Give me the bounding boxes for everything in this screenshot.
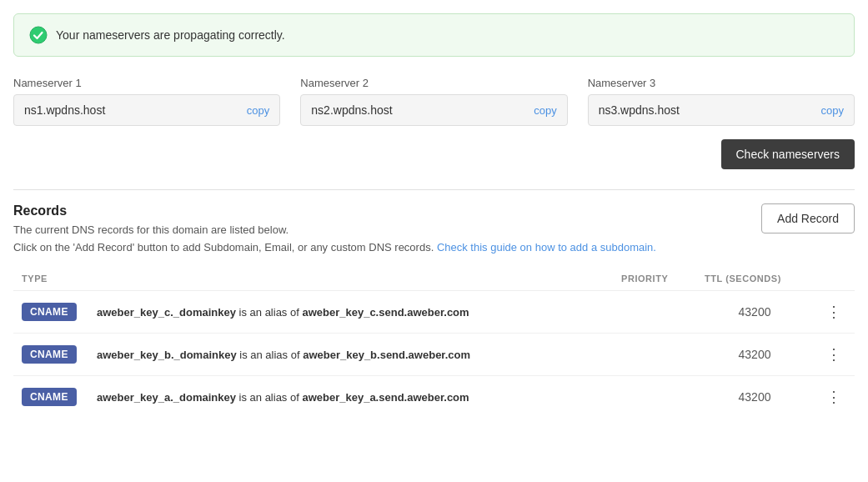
record-key: aweber_key_b._domainkey bbox=[97, 349, 237, 361]
col-ttl: TTL (SECONDS) bbox=[696, 267, 813, 291]
cname-badge: CNAME bbox=[22, 388, 77, 406]
col-name bbox=[88, 267, 613, 291]
table-body: CNAME aweber_key_c._domainkey is an alia… bbox=[13, 290, 855, 418]
record-actions-cell: ⋮ bbox=[813, 375, 855, 418]
check-circle-icon bbox=[29, 26, 48, 44]
nameserver-1-copy[interactable]: copy bbox=[247, 104, 269, 117]
records-table: TYPE PRIORITY TTL (SECONDS) CNAME aweber… bbox=[13, 267, 855, 418]
record-priority-cell bbox=[613, 375, 696, 418]
record-name-cell: aweber_key_a._domainkey is an alias of a… bbox=[88, 375, 613, 418]
record-name-text: aweber_key_a._domainkey is an alias of a… bbox=[97, 391, 469, 404]
nameserver-2: Nameserver 2 ns2.wpdns.host copy bbox=[300, 77, 567, 126]
svg-point-0 bbox=[30, 27, 47, 43]
page-wrapper: Your nameservers are propagating correct… bbox=[0, 0, 868, 482]
nameserver-2-box: ns2.wpdns.host copy bbox=[300, 94, 567, 126]
record-value: aweber_key_a.send.aweber.com bbox=[302, 391, 469, 404]
nameserver-3-label: Nameserver 3 bbox=[588, 77, 855, 89]
records-desc-line1: The current DNS records for this domain … bbox=[13, 223, 288, 236]
nameserver-1-label: Nameserver 1 bbox=[13, 77, 280, 89]
record-value: aweber_key_b.send.aweber.com bbox=[303, 349, 470, 361]
table-row: CNAME aweber_key_a._domainkey is an alia… bbox=[13, 375, 855, 418]
nameserver-2-copy[interactable]: copy bbox=[534, 104, 556, 117]
record-actions-cell: ⋮ bbox=[813, 333, 855, 375]
nameserver-1-box: ns1.wpdns.host copy bbox=[13, 94, 280, 126]
record-ttl-cell: 43200 bbox=[696, 333, 813, 375]
record-ttl-cell: 43200 bbox=[696, 290, 813, 333]
record-priority-cell bbox=[613, 290, 696, 333]
record-type-cell: CNAME bbox=[13, 375, 88, 418]
add-record-button[interactable]: Add Record bbox=[761, 203, 855, 233]
nameservers-grid: Nameserver 1 ns1.wpdns.host copy Nameser… bbox=[13, 77, 855, 126]
record-ttl-cell: 43200 bbox=[696, 375, 813, 418]
check-nameservers-row: Check nameservers bbox=[13, 139, 855, 169]
add-subdomain-guide-link[interactable]: Check this guide on how to add a subdoma… bbox=[437, 241, 656, 254]
records-title: Records bbox=[13, 203, 656, 218]
record-name-cell: aweber_key_b._domainkey is an alias of a… bbox=[88, 333, 613, 375]
records-header: Records The current DNS records for this… bbox=[13, 203, 855, 257]
records-info: Records The current DNS records for this… bbox=[13, 203, 656, 257]
nameserver-3-value: ns3.wpdns.host bbox=[599, 103, 680, 117]
table-row: CNAME aweber_key_c._domainkey is an alia… bbox=[13, 290, 855, 333]
record-priority-cell bbox=[613, 333, 696, 375]
cname-badge: CNAME bbox=[22, 303, 77, 321]
nameserver-3-box: ns3.wpdns.host copy bbox=[588, 94, 855, 126]
record-name-cell: aweber_key_c._domainkey is an alias of a… bbox=[88, 290, 613, 333]
col-type: TYPE bbox=[13, 267, 88, 291]
table-header: TYPE PRIORITY TTL (SECONDS) bbox=[13, 267, 855, 291]
nameserver-2-label: Nameserver 2 bbox=[300, 77, 567, 89]
nameserver-1: Nameserver 1 ns1.wpdns.host copy bbox=[13, 77, 280, 126]
record-key: aweber_key_a._domainkey bbox=[97, 391, 236, 404]
record-menu-button[interactable]: ⋮ bbox=[821, 388, 846, 406]
section-divider bbox=[13, 189, 855, 190]
record-name-text: aweber_key_c._domainkey is an alias of a… bbox=[97, 306, 469, 319]
check-nameservers-button[interactable]: Check nameservers bbox=[721, 139, 855, 169]
nameserver-3-copy[interactable]: copy bbox=[821, 104, 844, 117]
banner-text: Your nameservers are propagating correct… bbox=[56, 28, 285, 42]
record-key: aweber_key_c._domainkey bbox=[97, 306, 236, 319]
record-relation: is an alias of bbox=[239, 391, 303, 404]
records-desc-line2-before: Click on the 'Add Record' button to add … bbox=[13, 241, 434, 254]
record-relation: is an alias of bbox=[239, 306, 303, 319]
records-description: The current DNS records for this domain … bbox=[13, 222, 656, 257]
records-section: Records The current DNS records for this… bbox=[13, 203, 855, 418]
nameserver-3: Nameserver 3 ns3.wpdns.host copy bbox=[588, 77, 855, 126]
record-value: aweber_key_c.send.aweber.com bbox=[302, 306, 469, 319]
nameserver-1-value: ns1.wpdns.host bbox=[24, 103, 105, 117]
cname-badge: CNAME bbox=[22, 345, 77, 364]
col-actions bbox=[813, 267, 855, 291]
record-type-cell: CNAME bbox=[13, 290, 88, 333]
record-type-cell: CNAME bbox=[13, 333, 88, 375]
propagation-banner: Your nameservers are propagating correct… bbox=[13, 13, 855, 57]
nameserver-2-value: ns2.wpdns.host bbox=[311, 103, 392, 117]
nameservers-section: Nameserver 1 ns1.wpdns.host copy Nameser… bbox=[13, 77, 855, 169]
table-row: CNAME aweber_key_b._domainkey is an alia… bbox=[13, 333, 855, 375]
col-priority: PRIORITY bbox=[613, 267, 696, 291]
record-relation: is an alias of bbox=[239, 349, 303, 361]
record-menu-button[interactable]: ⋮ bbox=[821, 303, 846, 321]
record-menu-button[interactable]: ⋮ bbox=[821, 345, 846, 364]
record-name-text: aweber_key_b._domainkey is an alias of a… bbox=[97, 349, 470, 361]
record-actions-cell: ⋮ bbox=[813, 290, 855, 333]
